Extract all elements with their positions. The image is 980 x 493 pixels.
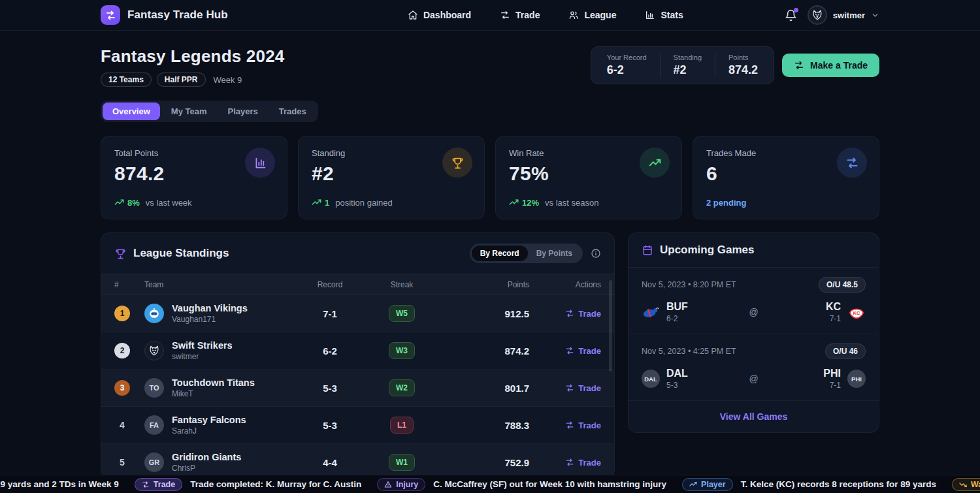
record-value: 5-3 <box>294 420 366 431</box>
at-symbol: @ <box>749 307 758 317</box>
ticker-item: Injury C. McCaffrey (SF) out for Week 10… <box>377 478 666 491</box>
nav-item-league[interactable]: League <box>568 10 616 20</box>
trade-button[interactable]: Trade <box>565 383 601 393</box>
sort-by-record[interactable]: By Record <box>472 246 528 261</box>
game-date: Nov 5, 2023 • 4:25 PM ET <box>642 347 736 356</box>
nav-label: Dashboard <box>423 10 471 20</box>
sort-by-points[interactable]: By Points <box>528 246 581 261</box>
team-name: Fantasy Falcons <box>172 415 246 425</box>
game-meta: Nov 5, 2023 • 8:20 PM ET O/U 48.5 <box>642 277 866 293</box>
rank-badge: 2 <box>114 343 130 358</box>
trade-label: Trade <box>578 346 601 356</box>
nav-links: Dashboard Trade League Stats <box>329 10 683 20</box>
trades-made-card: Trades Made 6 2 pending <box>693 136 879 219</box>
team-initials-avatar: TO <box>144 378 164 398</box>
away-team: BUF 6-2 <box>642 301 749 323</box>
action-cell: Trade <box>529 309 601 319</box>
game-meta: Nov 5, 2023 • 4:25 PM ET O/U 46 <box>642 343 866 359</box>
user-avatar <box>808 5 827 25</box>
games-title: Upcoming Games <box>642 244 755 257</box>
trade-label: Trade <box>578 309 601 319</box>
record-value: 5-3 <box>294 383 366 394</box>
game-teams: DAL DAL 5-3 @ PHI 7-1 PH <box>642 368 866 390</box>
trade-button[interactable]: Trade <box>565 458 601 468</box>
teams-badge: 12 Teams <box>101 72 152 87</box>
make-a-trade-button[interactable]: Make a Trade <box>782 54 879 77</box>
notification-dot <box>794 8 798 12</box>
tab-overview[interactable]: Overview <box>103 103 160 120</box>
panel-title-text: League Standings <box>133 247 229 260</box>
trend-value: 12% <box>522 198 539 208</box>
col-record: Record <box>294 280 366 289</box>
nav-label: League <box>584 10 616 20</box>
team-record: 7-1 <box>830 314 841 323</box>
bar-chart-icon <box>245 148 275 178</box>
ticker-item: Player T. Kelce (KC) records 8 reception… <box>682 478 936 491</box>
team-info: Gridiron Giants ChrisP <box>172 452 241 473</box>
team-name: Gridiron Giants <box>172 452 241 462</box>
tab-players[interactable]: Players <box>218 103 268 120</box>
nav-label: Trade <box>515 10 540 20</box>
trade-button[interactable]: Trade <box>565 346 601 356</box>
ticker-text: T. Kelce (KC) records 8 receptions for 8… <box>741 479 936 489</box>
team-initials-avatar: GR <box>144 453 164 472</box>
nav-item-stats[interactable]: Stats <box>645 10 683 20</box>
trade-button[interactable]: Trade <box>565 309 601 319</box>
sort-toggle-group: By Record By Points <box>470 244 601 263</box>
game-row: Nov 5, 2023 • 8:20 PM ET O/U 48.5 BUF 6-… <box>629 268 879 334</box>
streak-badge: W3 <box>389 342 415 359</box>
view-all-games-link[interactable]: View All Games <box>720 411 788 422</box>
team-abbr: BUF <box>666 301 688 313</box>
trend-text: position gained <box>335 198 392 208</box>
sort-toggle: By Record By Points <box>470 244 583 263</box>
stat-value: #2 <box>674 63 702 77</box>
nav-item-trade[interactable]: Trade <box>500 10 540 20</box>
team-owner: MikeT <box>172 389 255 398</box>
tab-trades[interactable]: Trades <box>269 103 316 120</box>
trade-badge: Trade <box>135 478 182 491</box>
streak-cell: W5 <box>366 305 438 322</box>
table-row: 2 Swift Strikers switmer 6-2 W3 874.2 <box>101 332 614 370</box>
league-header-right: Your Record 6-2 Standing #2 Points 874.2… <box>591 46 879 84</box>
trade-button[interactable]: Trade <box>565 421 601 430</box>
home-icon <box>408 10 418 20</box>
col-team: Team <box>144 280 294 289</box>
stat-label: Points <box>728 54 758 61</box>
nav-item-dashboard[interactable]: Dashboard <box>408 10 471 20</box>
bar-chart-icon <box>645 10 655 20</box>
action-cell: Trade <box>529 346 601 356</box>
team-cell: Vaughan Vikings Vaughan171 <box>144 303 294 324</box>
scrollbar-thumb[interactable] <box>609 280 612 372</box>
eagles-logo: PHI <box>847 370 866 388</box>
rank-badge: 1 <box>114 306 130 321</box>
action-cell: Trade <box>529 421 601 430</box>
game-teams: BUF 6-2 @ KC 7-1 KC <box>642 301 866 323</box>
pending-trades-note[interactable]: 2 pending <box>706 198 866 208</box>
col-actions: Actions <box>529 280 601 289</box>
brand[interactable]: Fantasy Trade Hub <box>101 5 228 25</box>
swap-icon <box>794 60 804 71</box>
team-owner: SarahJ <box>172 426 246 436</box>
tab-my-team[interactable]: My Team <box>161 103 217 120</box>
ticker-item: Trade Trade completed: K. Murray for C. … <box>135 478 361 491</box>
team-record: 6-2 <box>666 314 688 323</box>
team-info: Vaughan Vikings Vaughan171 <box>172 303 248 324</box>
ticker-item: Waiver D. Hopkins claimed off waivers <box>952 478 980 491</box>
user-menu[interactable]: switmer <box>808 5 879 25</box>
button-label: Make a Trade <box>810 60 868 71</box>
view-tabs: Overview My Team Players Trades <box>101 101 318 122</box>
info-icon[interactable] <box>591 248 601 259</box>
notifications-bell-icon[interactable] <box>785 9 797 22</box>
points-value: 788.3 <box>438 420 529 431</box>
bills-logo <box>642 303 660 321</box>
week-label: Week 9 <box>214 75 242 85</box>
team-text: PHI 7-1 <box>823 368 841 390</box>
streak-cell: W1 <box>366 454 438 471</box>
team-abbr: DAL <box>666 368 688 379</box>
trophy-icon <box>442 148 472 178</box>
team-text: BUF 6-2 <box>666 301 688 323</box>
home-team: KC 7-1 KC <box>759 301 866 323</box>
badge-label: Waiver <box>971 480 980 489</box>
users-icon <box>568 10 579 20</box>
team-name: Swift Strikers <box>172 340 233 351</box>
